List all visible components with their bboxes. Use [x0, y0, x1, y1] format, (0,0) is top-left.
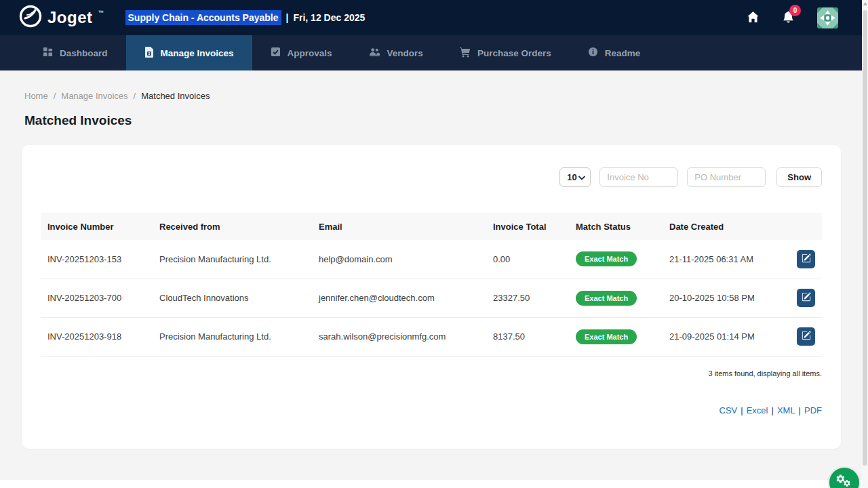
- user-avatar[interactable]: [817, 7, 838, 28]
- nav-item-dashboard[interactable]: Dashboard: [24, 35, 126, 70]
- nav-item-approvals[interactable]: Approvals: [252, 35, 351, 70]
- dashboard-icon: [43, 47, 53, 59]
- edit-pencil-icon: [802, 331, 811, 342]
- export-links: CSV|Excel|XML|PDF: [41, 405, 822, 415]
- scrollbar-up-arrow[interactable]: [863, 2, 867, 5]
- cell-received-from: Precision Manufacturing Ltd.: [153, 317, 312, 356]
- header-date: Fri, 12 Dec 2025: [293, 12, 365, 23]
- table-header-row: Invoice Number Received from Email Invoi…: [41, 213, 822, 240]
- floating-settings-button[interactable]: [829, 468, 859, 488]
- info-icon: [588, 47, 598, 59]
- col-invoice-total: Invoice Total: [486, 213, 569, 240]
- invoices-card: 10 Show Invoice Number Received from Ema…: [22, 145, 841, 449]
- table-row: INV-20251203-700 CloudTech Innovations j…: [41, 279, 822, 317]
- joget-logo[interactable]: Joget ™: [19, 5, 104, 30]
- app-title: Supply Chain - Accounts Payable | Fri, 1…: [125, 10, 366, 25]
- edit-pencil-icon: [802, 292, 811, 304]
- scrollbar: [862, 0, 868, 488]
- edit-pencil-icon: [802, 253, 811, 265]
- nav-item-manage-invoices[interactable]: 3 Manage Invoices: [126, 35, 252, 70]
- page-size-value: 10: [567, 172, 576, 182]
- export-excel-link[interactable]: Excel: [747, 405, 768, 415]
- home-icon: [747, 11, 760, 25]
- people-icon: [369, 47, 380, 59]
- col-date-created: Date Created: [663, 213, 779, 240]
- page-size-select[interactable]: 10: [559, 167, 591, 187]
- edit-row-button[interactable]: [797, 250, 815, 268]
- table-row: INV-20251203-918 Precision Manufacturing…: [41, 317, 822, 356]
- export-csv-link[interactable]: CSV: [719, 405, 738, 415]
- cell-email: sarah.wilson@precisionmfg.com: [312, 317, 486, 356]
- invoice-file-icon: 3: [144, 47, 154, 60]
- invoices-table: Invoice Number Received from Email Invoi…: [41, 213, 822, 357]
- cell-actions: [779, 317, 822, 356]
- main-nav: Dashboard 3 Manage Invoices Approvals: [0, 35, 868, 70]
- notification-badge: 0: [789, 5, 801, 16]
- cell-invoice-total: 8137.50: [486, 317, 569, 356]
- logo-trademark: ™: [98, 9, 104, 16]
- footer-strip: [0, 480, 868, 488]
- nav-item-vendors[interactable]: Vendors: [351, 35, 441, 70]
- nav-item-readme[interactable]: Readme: [570, 35, 659, 70]
- title-separator: |: [286, 12, 289, 23]
- export-pdf-link[interactable]: PDF: [804, 405, 822, 415]
- home-button[interactable]: [747, 11, 760, 25]
- cell-received-from: Precision Manufacturing Ltd.: [153, 240, 312, 279]
- nav-label: Manage Invoices: [161, 48, 234, 58]
- nav-label: Purchase Orders: [477, 48, 551, 58]
- cell-invoice-total: 23327.50: [486, 279, 569, 317]
- cell-invoice-total: 0.00: [486, 240, 569, 279]
- breadcrumb-manage-invoices[interactable]: Manage Invoices: [61, 91, 127, 101]
- cell-received-from: CloudTech Innovations: [153, 279, 312, 317]
- joget-logo-icon: [19, 5, 42, 30]
- col-match-status: Match Status: [569, 213, 663, 240]
- nav-label: Approvals: [288, 48, 332, 58]
- scrollbar-thumb[interactable]: [863, 10, 867, 466]
- breadcrumb-current: Matched Invoices: [141, 91, 210, 101]
- cell-match-status: Exact Match: [569, 317, 663, 356]
- nav-item-purchase-orders[interactable]: Purchase Orders: [441, 35, 570, 70]
- breadcrumb-home[interactable]: Home: [24, 91, 48, 101]
- nav-label: Readme: [605, 48, 641, 58]
- cell-email: help@domain.com: [312, 240, 486, 279]
- gears-icon: [835, 474, 853, 488]
- table-body: INV-20251203-153 Precision Manufacturing…: [41, 240, 822, 356]
- cell-match-status: Exact Match: [569, 279, 663, 317]
- edit-row-button[interactable]: [797, 327, 815, 346]
- export-xml-link[interactable]: XML: [777, 405, 795, 415]
- match-status-badge: Exact Match: [576, 251, 637, 266]
- cell-invoice-number: INV-20251203-918: [41, 317, 153, 356]
- po-number-input[interactable]: [687, 167, 766, 187]
- notifications-button[interactable]: 0: [783, 11, 794, 25]
- export-separator: |: [771, 405, 773, 415]
- svg-text:3: 3: [148, 52, 150, 56]
- col-actions: [779, 213, 822, 240]
- checkbox-check-icon: [271, 47, 281, 59]
- col-received-from: Received from: [153, 213, 312, 240]
- breadcrumb-separator: /: [54, 91, 56, 101]
- logo-text: Joget: [47, 8, 93, 27]
- cart-icon: [460, 47, 471, 60]
- cell-date-created: 21-09-2025 01:14 PM: [663, 317, 779, 356]
- col-invoice-number: Invoice Number: [41, 213, 153, 240]
- filter-row: 10 Show: [41, 167, 822, 187]
- export-separator: |: [799, 405, 801, 415]
- invoice-no-input[interactable]: [599, 167, 678, 187]
- items-summary: 3 items found, displaying all items.: [41, 369, 822, 378]
- cell-invoice-number: INV-20251203-153: [41, 240, 153, 279]
- show-button[interactable]: Show: [776, 167, 822, 187]
- cell-email: jennifer.chen@cloudtech.com: [312, 279, 486, 317]
- cell-actions: [779, 240, 822, 279]
- col-email: Email: [312, 213, 486, 240]
- cell-date-created: 20-10-2025 10:58 PM: [663, 279, 779, 317]
- app-header: Joget ™ Supply Chain - Accounts Payable …: [0, 0, 868, 35]
- page-title: Matched Invoices: [24, 113, 844, 128]
- table-row: INV-20251203-153 Precision Manufacturing…: [41, 240, 822, 279]
- cell-date-created: 21-11-2025 06:31 AM: [663, 240, 779, 279]
- nav-label: Dashboard: [60, 48, 108, 58]
- match-status-badge: Exact Match: [576, 291, 637, 306]
- edit-row-button[interactable]: [797, 289, 815, 307]
- cell-actions: [779, 279, 822, 317]
- cell-match-status: Exact Match: [569, 240, 663, 279]
- match-status-badge: Exact Match: [576, 329, 637, 344]
